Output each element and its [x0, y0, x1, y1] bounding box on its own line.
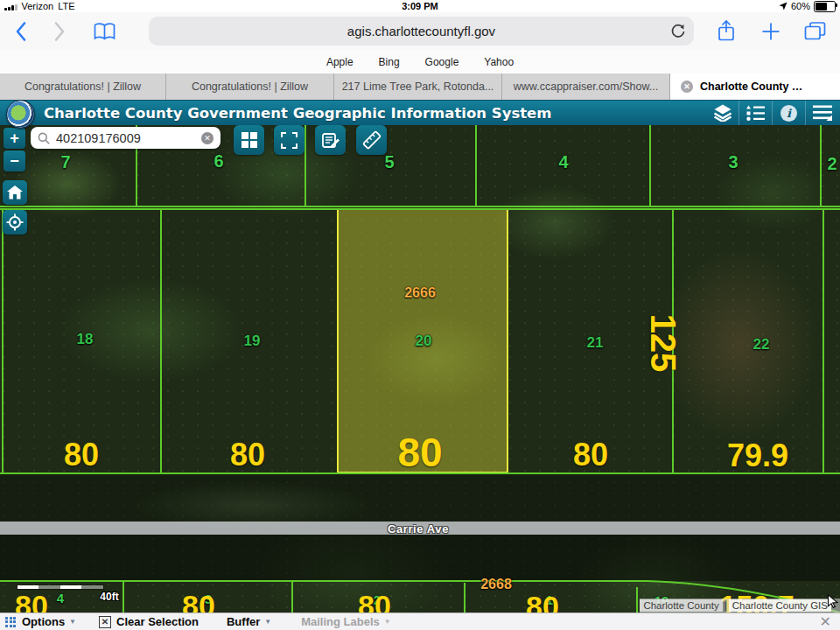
lot-width-label: 80 — [64, 437, 99, 473]
zoom-in-button[interactable]: + — [4, 128, 25, 149]
clear-selection-button[interactable]: Clear Selection — [116, 615, 199, 628]
scale-label: 40ft — [100, 591, 118, 603]
options-button[interactable]: Options — [22, 615, 65, 628]
edit-note-icon — [322, 132, 340, 149]
bookmarks-button[interactable] — [91, 12, 117, 50]
lot-number-label: 4 — [57, 591, 64, 606]
plus-icon — [761, 22, 780, 41]
map-attribution: Charlotte County | Charlotte County GIS — [640, 598, 840, 612]
page-title: Charlotte County Government Geographic I… — [44, 105, 551, 122]
menu-button[interactable] — [805, 101, 838, 125]
chevron-down-icon: ▼ — [264, 618, 271, 626]
info-button[interactable]: i — [772, 101, 805, 125]
clear-selection-icon: ✕ — [99, 616, 111, 628]
lot-number-label: 4 — [558, 152, 568, 172]
basemap-gallery-button[interactable] — [234, 125, 264, 155]
chevron-down-icon: ▼ — [384, 618, 391, 626]
lot-number-label: 21 — [587, 334, 604, 352]
share-icon — [717, 19, 736, 43]
info-icon: i — [780, 105, 797, 122]
parcel-line — [304, 125, 306, 207]
favorite-bing[interactable]: Bing — [379, 56, 400, 68]
parcel-line — [822, 208, 824, 474]
forward-button[interactable] — [49, 12, 70, 50]
lot-number-label: 20 — [416, 332, 432, 350]
close-toolbar-button[interactable]: ✕ — [820, 613, 831, 630]
favorite-google[interactable]: Google — [425, 56, 459, 68]
attribution-county[interactable]: Charlotte County — [640, 599, 722, 612]
tab-zillow-1[interactable]: Congratulations! | Zillow — [0, 74, 166, 100]
lot-width-label: 80 — [573, 437, 608, 473]
location-services-icon — [779, 2, 788, 10]
lot-width-label: 80 — [358, 589, 391, 613]
tab-ccappraiser[interactable]: www.ccappraiser.com/Show... — [502, 74, 670, 100]
parcel-line — [475, 125, 477, 207]
block-number-label: 2668 — [480, 577, 512, 592]
crosshair-icon — [6, 214, 24, 231]
lot-number-label: 7 — [60, 152, 70, 172]
favorite-yahoo[interactable]: Yahoo — [484, 56, 514, 68]
road-shadow-band — [0, 535, 840, 581]
search-input[interactable]: 402109176009 — [56, 131, 201, 145]
apps-grid-icon — [5, 617, 16, 627]
attribution-gis[interactable]: Charlotte County GIS — [729, 599, 831, 612]
block-boundary-line — [0, 208, 840, 210]
layers-icon — [713, 104, 732, 122]
tab-close-icon[interactable]: ✕ — [681, 80, 693, 93]
block-boundary-line — [0, 206, 840, 207]
refresh-button[interactable] — [670, 24, 686, 42]
gis-header: Charlotte County Government Geographic I… — [0, 100, 840, 125]
notes-tool-button[interactable] — [315, 125, 346, 155]
lot-number-label: 18 — [77, 331, 94, 348]
legend-button[interactable] — [738, 101, 772, 125]
search-clear-button[interactable]: ✕ — [201, 132, 214, 144]
lot-width-label: 80 — [230, 437, 265, 473]
lot-number-label: 19 — [244, 332, 261, 350]
back-button[interactable] — [10, 12, 32, 50]
parcel-line — [649, 125, 651, 207]
chevron-down-icon: ▼ — [69, 618, 76, 626]
lot-number-label: 2 — [827, 154, 836, 174]
gis-footer-toolbar: Options ▼ ✕ Clear Selection Buffer ▼ Mai… — [0, 612, 840, 630]
mailing-labels-button[interactable]: Mailing Labels — [301, 615, 380, 628]
refresh-icon — [670, 24, 686, 39]
lot-width-label: 79.9 — [727, 438, 788, 474]
favorite-apple[interactable]: Apple — [326, 56, 354, 68]
url-field[interactable]: agis.charlottecountyfl.gov — [149, 17, 694, 46]
tab-zillow-2[interactable]: Congratulations! | Zillow — [166, 74, 334, 100]
legend-list-icon — [746, 105, 765, 121]
lot-depth-label: 125 — [643, 314, 682, 373]
new-tab-button[interactable] — [760, 12, 782, 50]
lot-number-label: 3 — [728, 152, 738, 172]
home-icon — [7, 186, 23, 200]
parcel-line — [2, 208, 4, 474]
clock-label: 3:09 PM — [0, 1, 840, 11]
home-extent-button[interactable] — [3, 180, 27, 205]
tab-bar: Congratulations! | Zillow Congratulation… — [0, 74, 840, 100]
map-canvas[interactable]: 7 6 5 4 3 2 18 19 20 21 22 2666 2668 80 … — [0, 125, 840, 612]
tabs-overview-button[interactable] — [802, 12, 828, 50]
select-tool-button[interactable] — [274, 125, 304, 155]
street-name-label: Carrie Ave — [388, 522, 449, 536]
favorites-bar: Apple Bing Google Yahoo — [0, 50, 840, 74]
tab-lime-tree-park[interactable]: 217 Lime Tree Park, Rotonda... — [334, 74, 502, 100]
charlotte-county-seal-logo — [6, 100, 35, 129]
forward-chevron-icon — [53, 21, 66, 42]
measure-tool-button[interactable] — [356, 125, 387, 155]
buffer-button[interactable]: Buffer — [227, 615, 260, 628]
lot-width-label: 80 — [15, 589, 48, 613]
zoom-out-button[interactable]: − — [4, 150, 25, 172]
share-button[interactable] — [715, 12, 738, 50]
locate-me-button[interactable] — [3, 210, 27, 234]
tabs-icon — [804, 21, 826, 41]
lot-width-label: 80 — [182, 589, 215, 613]
parcel-line — [464, 583, 466, 612]
mouse-cursor-icon — [827, 594, 839, 608]
url-text: agis.charlottecountyfl.gov — [347, 24, 495, 38]
grid-icon — [242, 132, 257, 148]
lot-width-label: 80 — [526, 590, 559, 613]
layers-button[interactable] — [706, 101, 738, 125]
parcel-search-box[interactable]: 402109176009 ✕ — [31, 127, 220, 149]
tree-shadow-band — [0, 472, 840, 522]
tab-charlotte-county-gis[interactable]: ✕ Charlotte County GIS — [670, 74, 840, 100]
